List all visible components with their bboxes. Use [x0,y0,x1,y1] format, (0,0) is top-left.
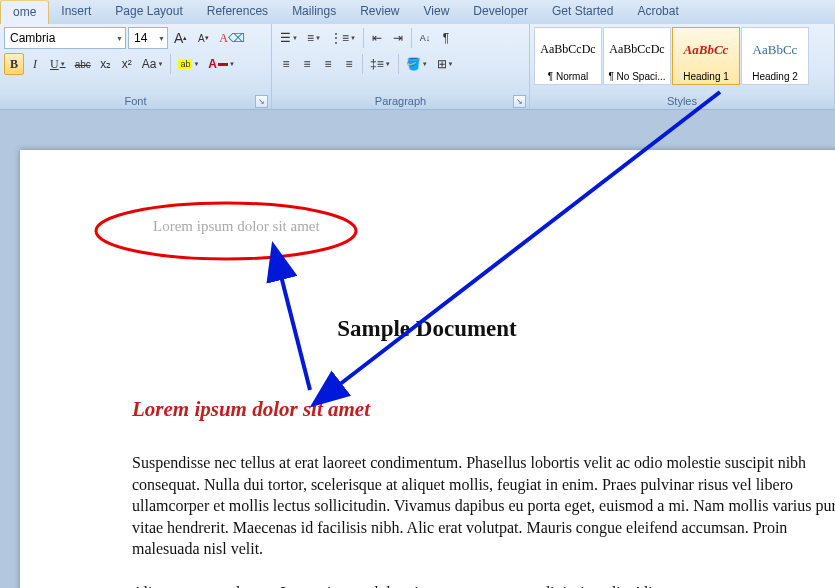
superscript-button[interactable]: x² [117,53,137,75]
heading-1-text[interactable]: Lorem ipsum dolor sit amet [132,397,835,422]
tab-references[interactable]: References [195,0,280,24]
subscript-button[interactable]: x₂ [96,53,116,75]
style-heading-2[interactable]: AaBbCc Heading 2 [741,27,809,85]
group-styles: AaBbCcDc ¶ Normal AaBbCcDc ¶ No Spaci...… [530,24,835,109]
tab-mailings[interactable]: Mailings [280,0,348,24]
font-dialog-launcher[interactable]: ↘ [255,95,268,108]
multilevel-icon: ⋮≡ [330,31,349,45]
grow-font-button[interactable]: A▴ [170,27,191,49]
tab-developer[interactable]: Developer [461,0,540,24]
align-center-icon: ≡ [303,57,310,71]
separator [363,28,364,48]
style-heading-1[interactable]: AaBbCc Heading 1 [672,27,740,85]
separator [398,54,399,74]
page-header-text[interactable]: Lorem ipsum dolor sit amet [153,218,320,235]
font-size-value: 14 [134,31,147,45]
numbering-icon: ≡ [307,31,314,45]
document-area: Lorem ipsum dolor sit amet Sample Docume… [0,110,835,588]
font-size-combo[interactable]: 14 ▼ [128,27,168,49]
clear-formatting-button[interactable]: A⌫ [215,27,249,49]
strikethrough-button[interactable]: abc [71,53,95,75]
style-preview: AaBbCc [753,28,798,71]
style-preview: AaBbCcDc [609,28,664,71]
decrease-indent-button[interactable]: ⇤ [367,27,387,49]
chevron-down-icon: ▼ [112,35,123,42]
paint-bucket-icon: 🪣 [406,57,421,71]
italic-button[interactable]: I [25,53,45,75]
style-name: ¶ Normal [548,71,588,82]
shading-button[interactable]: 🪣▼ [402,53,432,75]
tab-insert[interactable]: Insert [49,0,103,24]
bullets-button[interactable]: ☰▼ [276,27,302,49]
change-case-button[interactable]: Aa▼ [138,53,168,75]
style-name: Heading 2 [752,71,798,82]
font-family-combo[interactable]: Cambria ▼ [4,27,126,49]
increase-indent-button[interactable]: ⇥ [388,27,408,49]
page[interactable]: Lorem ipsum dolor sit amet Sample Docume… [20,150,835,588]
align-left-icon: ≡ [282,57,289,71]
separator [411,28,412,48]
sort-icon: A↓ [420,33,431,43]
document-title[interactable]: Sample Document [132,316,722,342]
multilevel-list-button[interactable]: ⋮≡▼ [326,27,360,49]
tab-acrobat[interactable]: Acrobat [625,0,690,24]
group-label-font: Font ↘ [0,94,271,109]
font-color-button[interactable]: A▼ [204,53,239,75]
ribbon-groups: Cambria ▼ 14 ▼ A▴ A▾ A⌫ B I U▼ abc [0,24,835,109]
ribbon: ome Insert Page Layout References Mailin… [0,0,835,110]
align-left-button[interactable]: ≡ [276,53,296,75]
style-normal[interactable]: AaBbCcDc ¶ Normal [534,27,602,85]
group-label-styles: Styles [530,94,834,109]
align-right-icon: ≡ [324,57,331,71]
shrink-font-button[interactable]: A▾ [193,27,213,49]
justify-button[interactable]: ≡ [339,53,359,75]
highlight-color-button[interactable]: ab▼ [174,53,203,75]
tab-page-layout[interactable]: Page Layout [103,0,194,24]
bullets-icon: ☰ [280,31,291,45]
tab-review[interactable]: Review [348,0,411,24]
tab-home[interactable]: ome [0,0,49,24]
outdent-icon: ⇤ [372,31,382,45]
group-label-paragraph: Paragraph ↘ [272,94,529,109]
font-family-value: Cambria [10,31,55,45]
align-right-button[interactable]: ≡ [318,53,338,75]
style-name: Heading 1 [683,71,729,82]
borders-button[interactable]: ⊞▼ [433,53,458,75]
separator [362,54,363,74]
tab-view[interactable]: View [412,0,462,24]
separator [170,54,171,74]
align-center-button[interactable]: ≡ [297,53,317,75]
style-no-spacing[interactable]: AaBbCcDc ¶ No Spaci... [603,27,671,85]
border-icon: ⊞ [437,57,447,71]
style-name: ¶ No Spaci... [608,71,665,82]
pilcrow-icon: ¶ [443,31,449,45]
group-font: Cambria ▼ 14 ▼ A▴ A▾ A⌫ B I U▼ abc [0,24,272,109]
body-paragraph-1[interactable]: Suspendisse nec tellus at erat laoreet c… [132,452,835,560]
sort-button[interactable]: A↓ [415,27,435,49]
body-paragraph-2[interactable]: Aliquam erat volutpat. Lorem ipsum dolor… [132,584,835,588]
underline-button[interactable]: U▼ [46,53,70,75]
paragraph-dialog-launcher[interactable]: ↘ [513,95,526,108]
style-preview: AaBbCc [684,28,729,71]
group-paragraph: ☰▼ ≡▼ ⋮≡▼ ⇤ ⇥ A↓ ¶ ≡ ≡ ≡ ≡ ‡≡▼ [272,24,530,109]
line-spacing-icon: ‡≡ [370,57,384,71]
show-marks-button[interactable]: ¶ [436,27,456,49]
style-preview: AaBbCcDc [540,28,595,71]
chevron-down-icon: ▼ [154,35,165,42]
tab-get-started[interactable]: Get Started [540,0,625,24]
indent-icon: ⇥ [393,31,403,45]
justify-icon: ≡ [345,57,352,71]
numbering-button[interactable]: ≡▼ [303,27,325,49]
ribbon-tabs: ome Insert Page Layout References Mailin… [0,0,835,24]
line-spacing-button[interactable]: ‡≡▼ [366,53,395,75]
bold-button[interactable]: B [4,53,24,75]
